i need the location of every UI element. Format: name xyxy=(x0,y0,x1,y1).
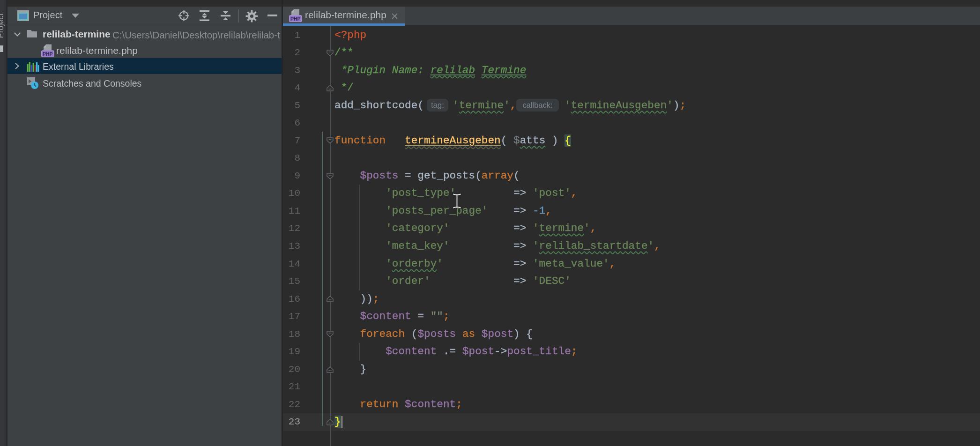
svg-text:PHP: PHP xyxy=(43,51,53,57)
svg-text:PHP: PHP xyxy=(290,16,301,22)
